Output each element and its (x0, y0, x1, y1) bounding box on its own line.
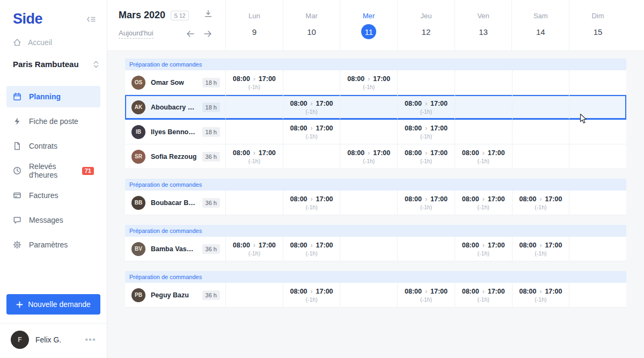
worker-cell[interactable]: SRSofia Rezzoug36 h (125, 144, 225, 169)
empty-shift-cell[interactable] (225, 95, 283, 119)
weekly-hours-badge: 36 h (202, 244, 220, 254)
planning-row[interactable]: BVBamba Vassiriki36 h08:00›17:00(-1h)08:… (125, 237, 626, 261)
shift-cell[interactable]: 08:00›17:00(-1h) (512, 237, 569, 261)
empty-shift-cell[interactable] (340, 237, 397, 261)
shift-cell[interactable]: 08:00›17:00(-1h) (340, 144, 397, 169)
user-menu-row[interactable]: F Felix G. ••• (0, 323, 107, 358)
worker-cell[interactable]: OSOmar Sow18 h (125, 70, 225, 94)
section-title: Préparation de commandes (125, 271, 626, 283)
empty-shift-cell[interactable] (569, 144, 626, 169)
shift-cell[interactable]: 08:00›17:00(-1h) (283, 237, 340, 261)
shift-cell[interactable]: 08:00›17:00(-1h) (283, 283, 340, 307)
worker-cell[interactable]: AKAboubacry Konaté18 h (125, 95, 225, 119)
planning-row[interactable]: BBBoubacar Baldé36 h08:00›17:00(-1h)08:0… (125, 191, 626, 215)
day-header-sam[interactable]: Sam 14 (511, 0, 569, 50)
empty-shift-cell[interactable] (397, 70, 455, 94)
worker-avatar: PB (131, 288, 145, 302)
planning-row[interactable]: IBIlyes Bennoumi18 h08:00›17:00(-1h)08:0… (125, 120, 626, 144)
empty-shift-cell[interactable] (340, 283, 397, 307)
empty-shift-cell[interactable] (225, 191, 283, 215)
shift-cell[interactable]: 08:00›17:00(-1h) (397, 144, 455, 169)
shift-cell[interactable]: 08:00›17:00(-1h) (455, 237, 512, 261)
shift-end-time: 17:00 (488, 242, 505, 249)
day-header-mer-today[interactable]: Mer 11 (340, 0, 397, 50)
shift-cell[interactable]: 08:00›17:00(-1h) (397, 191, 455, 215)
shift-cell[interactable]: 08:00›17:00(-1h) (283, 120, 340, 144)
day-header-lun[interactable]: Lun 9 (225, 0, 283, 50)
empty-shift-cell[interactable] (340, 120, 397, 144)
shift-cell[interactable]: 08:00›17:00(-1h) (225, 144, 283, 169)
shift-cell[interactable]: 08:00›17:00(-1h) (283, 191, 340, 215)
sidebar-item-planning[interactable]: Planning (6, 86, 100, 107)
shift-end-time: 17:00 (316, 100, 333, 107)
sidebar-item-accueil[interactable]: Accueil (0, 31, 107, 50)
worker-cell[interactable]: IBIlyes Bennoumi18 h (125, 120, 225, 144)
sidebar-item-messages[interactable]: Messages (6, 209, 100, 231)
week-number-badge: S 12 (171, 11, 189, 20)
shift-cell[interactable]: 08:00›17:00(-1h) (397, 95, 455, 119)
day-header-mar[interactable]: Mar 10 (283, 0, 340, 50)
day-header-ven[interactable]: Ven 13 (455, 0, 512, 50)
next-week-arrow[interactable] (203, 30, 212, 38)
empty-shift-cell[interactable] (512, 144, 569, 169)
empty-shift-cell[interactable] (512, 95, 569, 119)
shift-cell[interactable]: 08:00›17:00(-1h) (512, 191, 569, 215)
empty-shift-cell[interactable] (569, 95, 626, 119)
planning-row[interactable]: SRSofia Rezzoug36 h08:00›17:00(-1h)08:00… (125, 144, 626, 169)
workspace-selector[interactable]: Paris Rambuteau (0, 50, 107, 74)
planning-row[interactable]: PBPeguy Bazu36 h08:00›17:00(-1h)08:00›17… (125, 283, 626, 308)
shift-cell[interactable]: 08:00›17:00(-1h) (283, 95, 340, 119)
empty-shift-cell[interactable] (455, 120, 512, 144)
empty-shift-cell[interactable] (512, 70, 569, 94)
empty-shift-cell[interactable] (569, 191, 626, 215)
empty-shift-cell[interactable] (512, 120, 569, 144)
worker-cell[interactable]: BBBoubacar Baldé36 h (125, 191, 225, 215)
sidebar-item-releves-dheures[interactable]: Relevés d'heures 71 (6, 160, 100, 181)
empty-shift-cell[interactable] (283, 144, 340, 169)
empty-shift-cell[interactable] (455, 70, 512, 94)
shift-cell[interactable]: 08:00›17:00(-1h) (455, 283, 512, 307)
shift-cell[interactable]: 08:00›17:00(-1h) (340, 70, 397, 94)
shift-cell[interactable]: 08:00›17:00(-1h) (512, 283, 569, 307)
sidebar-collapse-icon[interactable] (86, 16, 96, 23)
empty-shift-cell[interactable] (225, 120, 283, 144)
sidebar-item-contrats[interactable]: Contrats (6, 135, 100, 157)
empty-shift-cell[interactable] (569, 70, 626, 94)
empty-shift-cell[interactable] (569, 120, 626, 144)
shift-cell[interactable]: 08:00›17:00(-1h) (397, 283, 455, 307)
empty-shift-cell[interactable] (397, 237, 455, 261)
empty-shift-cell[interactable] (569, 283, 626, 307)
empty-shift-cell[interactable] (455, 95, 512, 119)
shift-cell[interactable]: 08:00›17:00(-1h) (225, 70, 283, 94)
chevron-right-icon: › (311, 100, 313, 107)
worker-cell[interactable]: BVBamba Vassiriki36 h (125, 237, 225, 261)
planning-row-selected[interactable]: AKAboubacry Konaté18 h08:00›17:00(-1h)08… (125, 95, 626, 120)
worker-cell[interactable]: PBPeguy Bazu36 h (125, 283, 225, 307)
section-title: Préparation de commandes (125, 225, 626, 237)
cta-label: Nouvelle demande (28, 300, 91, 309)
sidebar-item-fiche-de-poste[interactable]: Fiche de poste (6, 111, 100, 132)
empty-shift-cell[interactable] (340, 191, 397, 215)
empty-shift-cell[interactable] (569, 237, 626, 261)
new-request-button[interactable]: Nouvelle demande (6, 294, 100, 315)
shift-cell[interactable]: 08:00›17:00(-1h) (225, 237, 283, 261)
day-name: Mar (305, 12, 317, 20)
prev-week-arrow[interactable] (186, 30, 195, 38)
shift-break-label: (-1h) (535, 204, 546, 210)
today-link[interactable]: Aujourd'hui (119, 29, 153, 39)
shift-cell[interactable]: 08:00›17:00(-1h) (455, 191, 512, 215)
shift-end-time: 17:00 (259, 242, 276, 249)
empty-shift-cell[interactable] (283, 70, 340, 94)
empty-shift-cell[interactable] (340, 95, 397, 119)
sidebar-item-factures[interactable]: Factures (6, 185, 100, 206)
sidebar-item-parametres[interactable]: Paramètres (6, 234, 100, 255)
empty-shift-cell[interactable] (225, 283, 283, 307)
download-icon[interactable] (204, 10, 213, 18)
shift-cell[interactable]: 08:00›17:00(-1h) (397, 120, 455, 144)
day-header-jeu[interactable]: Jeu 12 (397, 0, 455, 50)
planning-row[interactable]: OSOmar Sow18 h08:00›17:00(-1h)08:00›17:0… (125, 70, 626, 95)
shift-cell[interactable]: 08:00›17:00(-1h) (455, 144, 512, 169)
ellipsis-icon[interactable]: ••• (85, 334, 96, 345)
day-header-dim[interactable]: Dim 15 (569, 0, 626, 50)
weekly-hours-badge: 18 h (202, 127, 220, 137)
